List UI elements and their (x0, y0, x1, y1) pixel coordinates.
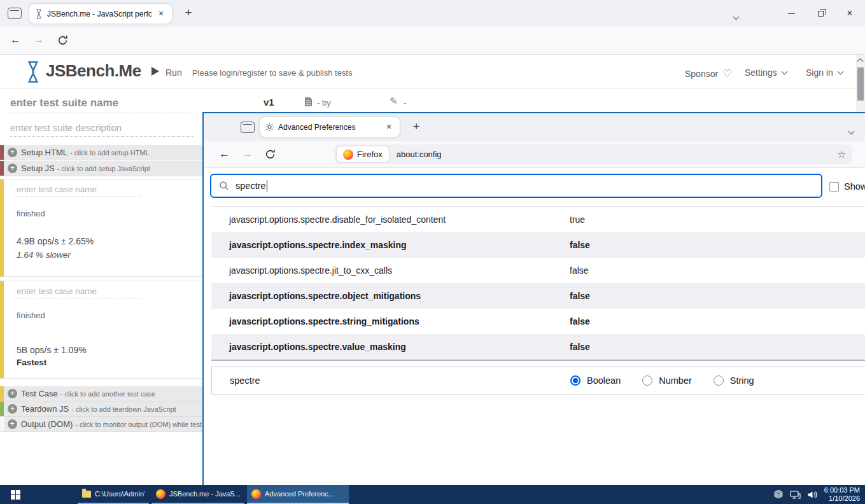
pencil-icon[interactable]: ✎ (390, 95, 398, 107)
bg-tab-close-icon[interactable]: × (155, 8, 167, 20)
test-case-card-2[interactable]: enter test case name finished 5B ops/s ±… (0, 281, 203, 379)
fg-tab-advanced-preferences[interactable]: Advanced Preferences × (260, 117, 400, 137)
hourglass-favicon (34, 9, 43, 19)
pref-table: javascript.options.spectre.disable_for_i… (211, 206, 865, 361)
suite-version: v1 (264, 97, 274, 108)
radio-icon[interactable] (714, 375, 724, 386)
bg-restore-button[interactable] (806, 1, 835, 26)
firefox-view-icon[interactable] (8, 8, 22, 19)
setup-js-title: Setup JS (21, 164, 55, 173)
fg-forward-icon[interactable]: → (242, 148, 253, 160)
bg-tab-list-chevron-icon[interactable] (734, 10, 738, 22)
plus-circle-icon (8, 148, 17, 157)
bg-reload-icon[interactable] (57, 35, 68, 46)
taskbar-button-explorer[interactable]: C:\Users\Admin\Des... (78, 485, 149, 504)
pref-name: javascript.options.spectre.string_mitiga… (211, 316, 570, 326)
text-caret (267, 180, 267, 192)
bg-tab-jsbench[interactable]: JSBench.me - JavaScript perform × (29, 4, 172, 24)
system-tray: 6:00:03 PM 1/10/2026 (773, 485, 860, 504)
jsbench-header: JSBench.Me Run Please login/register to … (0, 55, 865, 89)
search-icon (219, 181, 229, 191)
pref-row[interactable]: javascript.options.spectre.disable_for_i… (211, 207, 865, 232)
bg-new-tab-button[interactable]: + (179, 4, 197, 22)
output-dom-row[interactable]: Output (DOM) - click to monitor output (… (0, 417, 203, 432)
bg-close-button[interactable]: × (835, 1, 864, 26)
bg-minimize-button[interactable] (777, 1, 806, 26)
virtualbox-tray-icon[interactable] (773, 489, 784, 500)
fg-reload-icon[interactable] (265, 149, 276, 160)
pref-name: javascript.options.spectre.value_masking (211, 342, 570, 352)
pref-row[interactable]: javascript.options.spectre.value_masking… (211, 334, 865, 360)
case-name-input[interactable]: enter test case name (17, 286, 141, 298)
radio-boolean[interactable]: Boolean (570, 375, 621, 386)
radio-selected-icon[interactable] (570, 375, 580, 386)
add-test-case-row[interactable]: Test Case - click to add another test ca… (0, 386, 203, 402)
taskbar-button-jsbench[interactable]: JSBench.me - JavaS... (151, 485, 244, 504)
setup-html-hint: - click to add setup HTML (70, 149, 150, 157)
bg-forward-icon[interactable]: → (33, 34, 44, 46)
test-case-card-1[interactable]: enter test case name finished 4.9B ops/s… (0, 179, 203, 277)
radio-icon[interactable] (642, 375, 652, 386)
suite-desc-input[interactable]: enter test suite description (10, 122, 193, 137)
pref-row[interactable]: javascript.options.spectre.jit_to_cxx_ca… (211, 258, 865, 283)
pref-row[interactable]: javascript.options.spectre.object_mitiga… (211, 283, 865, 309)
bg-nav-toolbar: ← → jsbench.me ☆ (0, 27, 865, 55)
signin-label: Sign in (806, 67, 833, 78)
run-label[interactable]: Run (165, 67, 182, 78)
chevron-down-icon (837, 69, 843, 75)
fg-tab-list-chevron-icon[interactable] (849, 125, 854, 136)
settings-menu[interactable]: Settings (745, 67, 787, 78)
scroll-up-icon[interactable] (857, 59, 864, 65)
bookmark-star-icon[interactable]: ☆ (838, 149, 846, 160)
sponsor-link[interactable]: Sponsor♡ (685, 67, 732, 80)
fg-url-bar[interactable]: Firefox about:config ☆ (334, 144, 852, 164)
taskbar-clock[interactable]: 6:00:03 PM 1/10/2026 (824, 486, 860, 503)
firefox-view-icon[interactable] (241, 122, 255, 133)
pref-value: false (570, 265, 865, 276)
network-tray-icon[interactable] (790, 490, 801, 500)
radio-string[interactable]: String (714, 375, 754, 386)
pref-value: false (570, 291, 865, 301)
setup-js-row[interactable]: Setup JS - click to add setup JavaScript (0, 161, 203, 176)
radio-string-label: String (730, 375, 754, 386)
login-message: Please login/register to save & publish … (192, 68, 352, 78)
radio-number[interactable]: Number (642, 375, 692, 386)
start-button[interactable] (0, 485, 31, 504)
setup-html-row[interactable]: Setup HTML - click to add setup HTML (0, 145, 203, 160)
plus-circle-icon (8, 389, 17, 398)
taskbar-button-advanced-preferences[interactable]: Advanced Preferenc... (247, 485, 349, 504)
taskbar-button-label: JSBench.me - JavaS... (169, 490, 240, 498)
pref-value: false (570, 316, 865, 326)
setup-js-hint: - click to add setup JavaScript (57, 165, 150, 172)
suite-name-input[interactable]: enter test suite name (10, 97, 193, 113)
run-play-icon[interactable] (151, 67, 159, 76)
pref-value: true (570, 214, 865, 225)
config-search-input[interactable]: spectre (210, 174, 822, 198)
windows-logo-icon (11, 490, 20, 500)
page-scrollbar-thumb[interactable] (857, 67, 864, 101)
jsbench-logo-text[interactable]: JSBench.Me (46, 61, 141, 81)
bg-back-icon[interactable]: ← (10, 34, 21, 46)
search-value: spectre (236, 181, 266, 191)
suite-meta-bar: v1 - by ✎ - (202, 89, 865, 112)
volume-tray-icon[interactable] (807, 490, 818, 500)
signin-menu[interactable]: Sign in (806, 67, 843, 78)
fg-url-text: about:config (397, 150, 838, 159)
suite-edit-text: - (404, 98, 406, 108)
fg-back-icon[interactable]: ← (219, 148, 230, 160)
plus-circle-icon (8, 164, 17, 173)
add-pref-name: spectre (212, 375, 570, 386)
clock-time: 6:00:03 PM (824, 486, 860, 494)
teardown-js-row[interactable]: Teardown JS - click to add teardown Java… (0, 402, 203, 417)
pref-name: javascript.options.spectre.index_masking (211, 240, 570, 250)
pref-row[interactable]: javascript.options.spectre.string_mitiga… (211, 309, 865, 334)
pref-row[interactable]: javascript.options.spectre.index_masking… (211, 232, 865, 258)
heart-icon: ♡ (722, 67, 731, 80)
firefox-icon (156, 489, 165, 499)
firefox-icon (251, 489, 261, 499)
fg-new-tab-button[interactable]: + (407, 118, 425, 136)
case-name-input[interactable]: enter test case name (17, 185, 141, 197)
show-only-modified-checkbox[interactable] (829, 182, 839, 192)
fg-tab-close-icon[interactable]: × (383, 122, 395, 133)
bg-tab-bar: JSBench.me - JavaScript perform × + × (0, 0, 865, 27)
